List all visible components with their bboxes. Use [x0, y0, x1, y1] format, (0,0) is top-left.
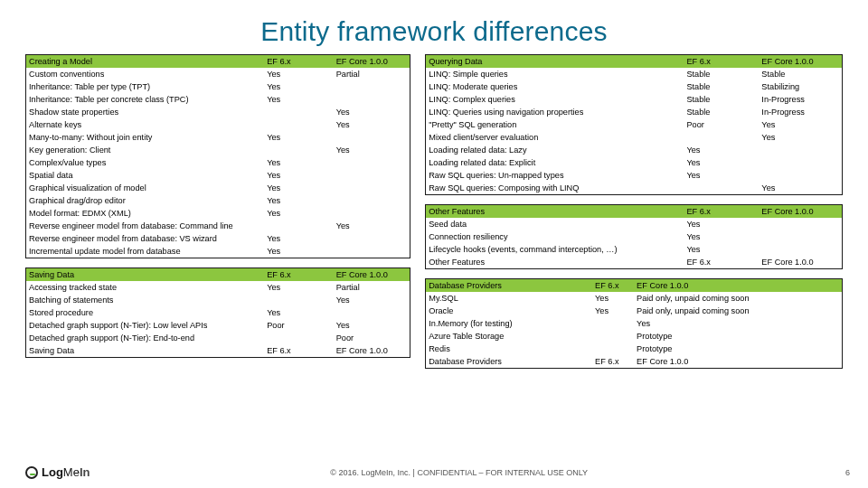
cell: Complex/value types: [26, 156, 265, 169]
cell: Seed data: [426, 218, 684, 230]
cell: [264, 220, 334, 232]
table-row: LINQ: Complex queriesStableIn-Progress: [426, 93, 843, 106]
cell: In-Progress: [759, 106, 842, 118]
cell: Model format: EDMX (XML): [26, 207, 265, 220]
cell: Yes: [264, 232, 334, 245]
table-row: Model format: EDMX (XML)Yes: [26, 207, 410, 220]
cell: Yes: [759, 182, 842, 195]
header-cell: EF 6.x: [592, 279, 634, 293]
header-cell: EF 6.x: [684, 55, 759, 69]
cell: [334, 194, 410, 207]
header-cell: EF 6.x: [264, 268, 334, 282]
cell: In-Progress: [759, 93, 842, 106]
table-row: Key generation: ClientYes: [26, 144, 410, 156]
table-row: Inheritance: Table per concrete class (T…: [26, 93, 410, 106]
cell: Azure Table Storage: [426, 330, 592, 343]
cell: Saving Data: [26, 344, 265, 358]
table-row: LINQ: Queries using navigation propertie…: [426, 106, 843, 118]
table-header-row: Other FeaturesEF 6.xEF Core 1.0.0: [426, 205, 843, 219]
header-cell: EF Core 1.0.0: [634, 279, 842, 293]
cell: Yes: [684, 243, 759, 256]
cell: [264, 294, 334, 306]
cell: [334, 182, 410, 194]
header-cell: Saving Data: [26, 268, 265, 282]
cell: LINQ: Simple queries: [426, 68, 684, 80]
cell: Prototype: [634, 343, 842, 355]
header-cell: Creating a Model: [26, 55, 265, 69]
cell: Yes: [264, 194, 334, 207]
cell: Loading related data: Lazy: [426, 144, 684, 156]
tables-area: Creating a ModelEF 6.xEF Core 1.0.0Custo…: [0, 54, 868, 369]
cell: Key generation: Client: [26, 144, 265, 156]
cell: Partial: [334, 68, 410, 80]
cell: Yes: [684, 230, 759, 243]
table-row: Azure Table StoragePrototype: [426, 330, 843, 343]
cell: Spatial data: [26, 169, 265, 182]
cell: [592, 330, 634, 343]
cell: Yes: [684, 218, 759, 230]
table-row: My.SQLYesPaid only, unpaid coming soon: [426, 292, 843, 305]
cell: Shadow state properties: [26, 106, 265, 118]
table-querying-data: Querying DataEF 6.xEF Core 1.0.0LINQ: Si…: [425, 54, 843, 195]
table-row: Reverse engineer model from database: VS…: [26, 232, 410, 245]
table-row: Detached graph support (N-Tier): End-to-…: [26, 332, 410, 344]
cell: EF Core 1.0.0: [634, 355, 842, 369]
table-row: OracleYesPaid only, unpaid coming soon: [426, 305, 843, 317]
logo-text: LogMeIn: [42, 465, 90, 479]
cell: [759, 156, 842, 169]
table-row: Raw SQL queries: Composing with LINQYes: [426, 182, 843, 195]
footer: LogMeIn © 2016. LogMeIn, Inc. | CONFIDEN…: [25, 465, 850, 479]
cell: Stable: [684, 106, 759, 118]
cell: EF 6.x: [592, 355, 634, 369]
cell: Database Providers: [426, 355, 592, 369]
cell: Poor: [264, 319, 334, 332]
header-cell: EF 6.x: [684, 205, 759, 219]
table-row: Seed dataYes: [426, 218, 843, 230]
cell: Paid only, unpaid coming soon: [634, 305, 842, 317]
table-header-row: Creating a ModelEF 6.xEF Core 1.0.0: [26, 55, 410, 69]
header-cell: EF Core 1.0.0: [334, 268, 410, 282]
cell: Poor: [334, 332, 410, 344]
cell: Loading related data: Explicit: [426, 156, 684, 169]
header-cell: EF Core 1.0.0: [334, 55, 410, 69]
table-row: Complex/value typesYes: [26, 156, 410, 169]
header-cell: EF Core 1.0.0: [759, 55, 842, 69]
cell: Many-to-many: Without join entity: [26, 131, 265, 144]
cell: Stabilizing: [759, 80, 842, 93]
cell: EF 6.x: [264, 344, 334, 358]
cell: LINQ: Moderate queries: [426, 80, 684, 93]
table-header-row: Querying DataEF 6.xEF Core 1.0.0: [426, 55, 843, 69]
cell: Incremental update model from database: [26, 245, 265, 258]
cell: [592, 343, 634, 355]
cell: [264, 106, 334, 118]
logo-mark-icon: [25, 466, 38, 479]
cell: "Pretty" SQL generation: [426, 118, 684, 131]
left-column: Creating a ModelEF 6.xEF Core 1.0.0Custo…: [25, 54, 410, 369]
cell: Yes: [264, 306, 334, 319]
cell: Poor: [684, 118, 759, 131]
cell: LINQ: Complex queries: [426, 93, 684, 106]
cell: Yes: [592, 292, 634, 305]
table-row: Many-to-many: Without join entityYes: [26, 131, 410, 144]
table-creating-model: Creating a ModelEF 6.xEF Core 1.0.0Custo…: [25, 54, 410, 258]
cell: Detached graph support (N-Tier): Low lev…: [26, 319, 265, 332]
cell: [334, 306, 410, 319]
cell: [759, 144, 842, 156]
table-row: Stored procedureYes: [26, 306, 410, 319]
cell: Yes: [264, 245, 334, 258]
table-database-providers: Database ProvidersEF 6.xEF Core 1.0.0My.…: [425, 278, 843, 369]
cell: Yes: [334, 220, 410, 232]
cell: Reverse engineer model from database: VS…: [26, 232, 265, 245]
cell: Yes: [264, 156, 334, 169]
cell: Reverse engineer model from database: Co…: [26, 220, 265, 232]
table-row: "Pretty" SQL generationPoorYes: [426, 118, 843, 131]
cell: Connection resiliency: [426, 230, 684, 243]
cell: Detached graph support (N-Tier): End-to-…: [26, 332, 265, 344]
table-row: Spatial dataYes: [26, 169, 410, 182]
slide: Entity framework differences Creating a …: [0, 0, 868, 488]
cell: [334, 207, 410, 220]
table-header-row: Saving DataEF 6.xEF Core 1.0.0: [26, 268, 410, 282]
table-row: Saving DataEF 6.xEF Core 1.0.0: [26, 344, 410, 358]
cell: [759, 169, 842, 182]
cell: [592, 317, 634, 330]
